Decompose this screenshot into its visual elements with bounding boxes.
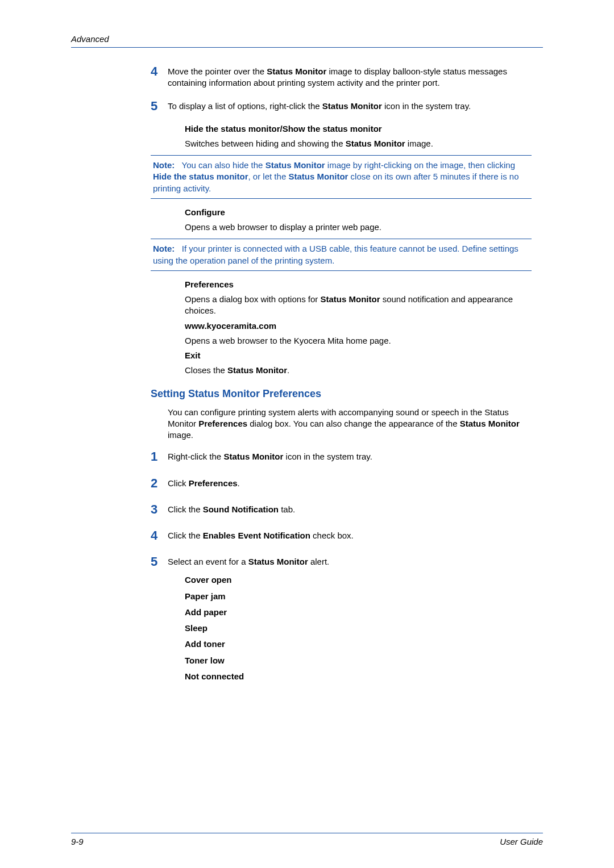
step-5: 5 To display a list of options, right-cl… bbox=[151, 99, 543, 113]
step-text: Move the pointer over the Status Monitor… bbox=[168, 65, 543, 89]
step-text: Right-click the Status Monitor icon in t… bbox=[168, 450, 543, 462]
event-item: Add toner bbox=[185, 639, 543, 650]
note-1: Note: You can also hide the Status Monit… bbox=[151, 155, 532, 199]
note-label: Note: bbox=[153, 244, 175, 253]
doc-title: User Guide bbox=[500, 837, 543, 846]
step-b5: 5 Select an event for a Status Monitor a… bbox=[151, 555, 543, 569]
note-label: Note: bbox=[153, 160, 175, 170]
option-preferences-text: Opens a dialog box with options for Stat… bbox=[185, 294, 532, 317]
header-rule bbox=[71, 47, 543, 48]
event-item: Toner low bbox=[185, 655, 543, 666]
step-text: Click the Enables Event Notification che… bbox=[168, 529, 543, 541]
page-content: Advanced 4 Move the pointer over the Sta… bbox=[0, 0, 614, 710]
step-b3: 3 Click the Sound Notification tab. bbox=[151, 503, 543, 516]
step-text: Click Preferences. bbox=[168, 477, 543, 489]
step-number: 3 bbox=[151, 503, 168, 516]
step-text: Select an event for a Status Monitor ale… bbox=[168, 555, 543, 567]
event-item: Not connected bbox=[185, 671, 543, 682]
page-footer: 9-9 User Guide bbox=[71, 833, 543, 846]
intro-paragraph: You can configure printing system alerts… bbox=[168, 407, 532, 441]
option-www-text: Opens a web browser to the Kyocera Mita … bbox=[185, 335, 532, 347]
step-text: To display a list of options, right-clic… bbox=[168, 99, 543, 112]
event-item: Add paper bbox=[185, 607, 543, 618]
step-number: 4 bbox=[151, 529, 168, 542]
event-item: Sleep bbox=[185, 623, 543, 634]
note-2: Note: If your printer is connected with … bbox=[151, 239, 532, 271]
option-preferences-title: Preferences bbox=[185, 279, 532, 290]
step-number: 1 bbox=[151, 450, 168, 464]
footer-rule bbox=[71, 833, 543, 833]
step-text: Click the Sound Notification tab. bbox=[168, 503, 543, 515]
event-list: Cover open Paper jam Add paper Sleep Add… bbox=[185, 574, 543, 682]
step-b1: 1 Right-click the Status Monitor icon in… bbox=[151, 450, 543, 464]
option-exit-text: Closes the Status Monitor. bbox=[185, 365, 532, 376]
step-number: 2 bbox=[151, 477, 168, 490]
option-www-title: www.kyoceramita.com bbox=[185, 320, 532, 332]
heading-setting-status-monitor: Setting Status Monitor Preferences bbox=[151, 388, 543, 400]
step-number: 5 bbox=[151, 555, 168, 569]
option-hide-text: Switches between hiding and showing the … bbox=[185, 138, 532, 149]
step-number: 5 bbox=[151, 99, 168, 113]
step-number: 4 bbox=[151, 65, 168, 78]
step-b2: 2 Click Preferences. bbox=[151, 477, 543, 490]
option-exit-title: Exit bbox=[185, 350, 532, 361]
page-number: 9-9 bbox=[71, 837, 84, 846]
option-configure-text: Opens a web browser to display a printer… bbox=[185, 222, 532, 233]
option-configure-title: Configure bbox=[185, 207, 532, 218]
step-4: 4 Move the pointer over the Status Monit… bbox=[151, 65, 543, 89]
event-item: Cover open bbox=[185, 574, 543, 586]
option-hide-title: Hide the status monitor/Show the status … bbox=[185, 123, 532, 135]
step-b4: 4 Click the Enables Event Notification c… bbox=[151, 529, 543, 542]
event-item: Paper jam bbox=[185, 591, 543, 602]
section-header: Advanced bbox=[71, 34, 543, 44]
